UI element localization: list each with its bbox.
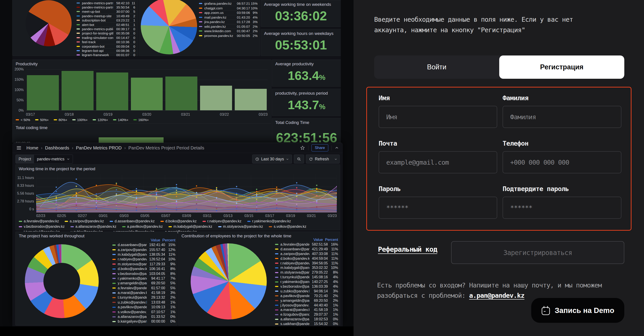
legend-row[interactable]: legram-bot-api 00:08:36 0 bbox=[76, 48, 135, 52]
refresh-button[interactable]: Refresh bbox=[306, 157, 332, 162]
table-row[interactable]: a.zaripov@pandev.kz 155:57:40 12% bbox=[112, 247, 176, 252]
demo-booking-button[interactable]: Запись на Demo bbox=[531, 298, 624, 323]
legend-row[interactable]: subscription-bot 03:23:22 1 bbox=[76, 18, 135, 22]
register-submit-button[interactable]: Зарегистрироваться bbox=[451, 241, 624, 264]
productivity-bar[interactable] bbox=[27, 75, 59, 110]
contribution-pie-chart[interactable] bbox=[191, 244, 267, 320]
legend-row[interactable]: jira.pandev.kz 01:17:28 3% bbox=[199, 20, 258, 24]
table-row[interactable]: r.yakimenko@pandev.kz 94:41:17 7% bbox=[112, 276, 176, 281]
legend-item[interactable]: a.zaripov@pandev.kz bbox=[65, 219, 104, 223]
time-range-picker[interactable]: Last 30 days bbox=[252, 154, 292, 164]
table-row[interactable]: e.lizogubov@pandev.kz 29:07:37 1% bbox=[275, 312, 338, 317]
legend-row[interactable]: pandev-metrics-partners-site 58:42:10 11 bbox=[76, 1, 135, 5]
breadcrumb-item[interactable]: Home bbox=[26, 146, 38, 150]
working-time-area-chart[interactable] bbox=[36, 174, 337, 212]
table-row[interactable]: d.boiko@pandev.kz 404:59:04 11% bbox=[275, 256, 338, 261]
table-row[interactable]: a.pavlikov@pandev.kz 10:09:13 1% bbox=[112, 305, 176, 310]
legend-row[interactable]: meet-up-bot 30:07:00 5 bbox=[76, 10, 135, 14]
legend-item[interactable]: 160%+ bbox=[133, 118, 149, 122]
table-row[interactable]: a.allanazarov@pandev.kz 01:33:52 0% bbox=[112, 314, 176, 319]
table-row[interactable]: t.tursynkul@pandev.kz 145:08:16 4% bbox=[275, 275, 338, 280]
legend-item[interactable]: 50%+ bbox=[35, 118, 49, 122]
legend-item[interactable]: v.bezborodov@pandev.kz bbox=[19, 224, 65, 228]
table-row[interactable]: s.volkov@pandev.kz 07:10:57 1% bbox=[112, 310, 176, 314]
field-input[interactable] bbox=[502, 106, 622, 128]
table-row[interactable]: m.stolyarova@pandev.kz 117:29:33 9% bbox=[112, 262, 176, 266]
legend-row[interactable]: project-for-testing-gitlab-webhooks 00:3… bbox=[76, 31, 135, 35]
productivity-bar[interactable] bbox=[200, 86, 232, 110]
legend-row[interactable]: www.linkedin.com 01:00:47 2% bbox=[199, 29, 258, 33]
legend-item[interactable]: d.assanbaev@pandev.kz bbox=[110, 219, 154, 223]
breadcrumb-item[interactable]: PanDev Metrics PROD bbox=[76, 146, 122, 150]
legend-row[interactable]: trading-simulator-core 00:14:47 0 bbox=[76, 35, 135, 40]
legend-item[interactable]: m.kabdygali@pandev.kz bbox=[168, 224, 212, 228]
legend-item[interactable]: a.allanazarov@pandev.kz bbox=[70, 224, 116, 228]
legend-row[interactable]: corporation-bot 00:09:04 0 bbox=[76, 44, 135, 48]
table-row[interactable]: y.amangeldin@pandev.kz 69:20:50 5% bbox=[112, 281, 176, 286]
productivity-bar[interactable] bbox=[96, 72, 128, 110]
column-header-percent[interactable]: Percent bbox=[160, 238, 176, 242]
productivity-bar[interactable] bbox=[131, 78, 163, 110]
field-input[interactable] bbox=[502, 197, 622, 219]
tab-login[interactable]: Войти bbox=[374, 56, 499, 79]
table-row[interactable]: a.allanazarov@pandev.kz 18:02:53 0% bbox=[275, 317, 338, 322]
projects-pie-chart[interactable] bbox=[26, 0, 72, 46]
table-row[interactable]: v.bezborodov@pandev.kz 103:04:05 8% bbox=[112, 271, 176, 276]
legend-item[interactable]: 80%+ bbox=[54, 118, 67, 122]
legend-row[interactable]: pandev-metrics-partners-service 35:50:54… bbox=[76, 5, 135, 9]
legend-row[interactable]: legram-framework 00:01:07 0 bbox=[76, 53, 135, 57]
table-row[interactable]: d.boiko@pandev.kz 106:16:41 8% bbox=[112, 266, 176, 271]
field-input[interactable] bbox=[378, 151, 497, 173]
legend-item[interactable]: m.stolyarova@pandev.kz bbox=[218, 224, 263, 228]
share-button[interactable]: Share bbox=[312, 144, 328, 152]
table-row[interactable]: a.marat@pandev.kz 41:58:19 1% bbox=[275, 307, 338, 312]
table-row[interactable]: m.kabdygali@pandev.kz 353:02:32 10% bbox=[275, 265, 338, 270]
table-row[interactable]: s.uatkhan@pandev.kz 15:54:32 0% bbox=[275, 322, 338, 326]
productivity-bar[interactable] bbox=[165, 76, 197, 110]
table-row[interactable]: r.nabiyev@pandev.kz 126:52:04 10% bbox=[112, 257, 176, 262]
table-row[interactable]: a.zaripov@pandev.kz 407:33:08 11% bbox=[275, 252, 338, 256]
table-row[interactable]: a.marat@pandev.kz 41:58:19 3% bbox=[112, 290, 176, 295]
legend-row[interactable]: app.zoom.us 03:59:06 9% bbox=[199, 10, 258, 15]
table-row[interactable]: b.kairgaliyev@pandev.kz 00:00:00 0% bbox=[112, 319, 176, 324]
legend-row[interactable]: pandev-meetup-site 10:49:49 2 bbox=[76, 14, 135, 18]
table-row[interactable]: t.tursynkul@pandev.kz 29:13:32 2% bbox=[112, 295, 176, 300]
table-row[interactable]: m.kabdygali@pandev.kz 138:05:34 11% bbox=[112, 252, 176, 257]
zoom-out-button[interactable] bbox=[294, 154, 304, 164]
sites-pie-chart[interactable] bbox=[141, 0, 197, 54]
legend-item[interactable]: a.fevralev@pandev.kz bbox=[19, 219, 59, 223]
table-row[interactable]: u.zubko@pandev.kz 13:03:48 1% bbox=[112, 300, 176, 305]
table-row[interactable]: a.pavlikov@pandev.kz 70:21:40 2% bbox=[275, 294, 338, 298]
legend-item[interactable]: < 50% bbox=[16, 118, 30, 122]
legend-row[interactable]: proxmox.pandev.kz 00:50:05 2% bbox=[199, 33, 258, 38]
breadcrumb-item[interactable]: PanDev Metrics Project Period Details bbox=[128, 146, 204, 150]
breadcrumb-item[interactable]: Dashboards bbox=[45, 146, 69, 150]
column-header-value[interactable]: Value bbox=[142, 238, 160, 242]
legend-item[interactable]: 140%+ bbox=[113, 118, 128, 122]
table-row[interactable]: d.assanbaev@pandev.kz 421:29:49 11% bbox=[275, 247, 338, 252]
table-row[interactable]: a.fevralev@pandev.kz 582:51:58 16% bbox=[275, 242, 338, 247]
field-input[interactable] bbox=[378, 106, 497, 128]
total-coding-bar[interactable] bbox=[99, 137, 164, 143]
star-icon[interactable] bbox=[300, 146, 305, 150]
hamburger-menu-icon[interactable] bbox=[17, 146, 21, 150]
support-email-link[interactable]: a.pan@pandev.kz bbox=[469, 292, 524, 299]
table-row[interactable]: u.zubko@pandev.kz 94:06:14 3% bbox=[275, 289, 338, 294]
legend-item[interactable]: s.volkov@pandev.kz bbox=[269, 224, 306, 228]
legend-row[interactable]: mail.pandev.kz 01:43:20 4% bbox=[199, 15, 258, 20]
legend-item[interactable]: 100%+ bbox=[72, 118, 88, 122]
table-row[interactable]: r.yakimenko@pandev.kz 140:27:25 4% bbox=[275, 280, 338, 284]
legend-item[interactable]: d.boiko@pandev.kz bbox=[160, 219, 197, 223]
column-header-percent[interactable]: Percent bbox=[323, 238, 338, 242]
field-input[interactable] bbox=[502, 151, 622, 173]
column-header-value[interactable]: Value bbox=[304, 238, 323, 242]
refresh-button-group[interactable]: Refresh bbox=[306, 154, 340, 164]
productivity-bar[interactable] bbox=[62, 71, 94, 110]
refresh-interval-dropdown[interactable] bbox=[332, 158, 340, 160]
legend-item[interactable]: r.nabiyev@pandev.kz bbox=[202, 219, 242, 223]
legend-item[interactable]: 120%+ bbox=[93, 118, 108, 122]
legend-row[interactable]: grafana.pandev.kz 06:57:21 15% bbox=[199, 1, 258, 6]
table-row[interactable]: y.amangeldin@pandev.kz 69:20:50 2% bbox=[275, 298, 338, 303]
legend-row[interactable]: wiki.pandev.kz 01:05:07 2% bbox=[199, 24, 258, 29]
chevron-up-icon[interactable] bbox=[335, 146, 339, 150]
